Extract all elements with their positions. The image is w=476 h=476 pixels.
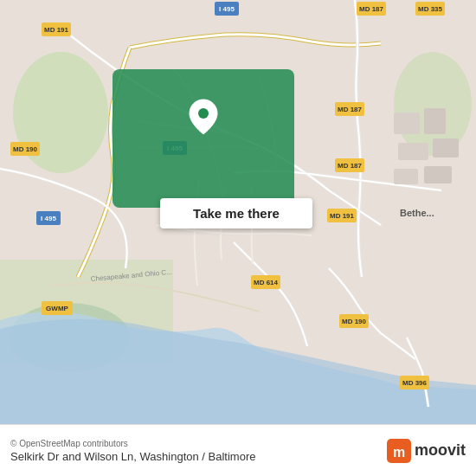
svg-text:MD 187: MD 187 <box>359 5 384 13</box>
svg-text:MD 187: MD 187 <box>338 106 363 113</box>
svg-text:MD 191: MD 191 <box>44 26 69 34</box>
bottom-bar-info: © OpenStreetMap contributors Selkirk Dr … <box>10 439 255 463</box>
location-text: Selkirk Dr and Wilson Ln, Washington / B… <box>10 450 255 463</box>
map-container: I 495 MD 187 MD 335 MD 191 I 495 MD 190 … <box>0 0 476 424</box>
svg-text:MD 614: MD 614 <box>254 279 279 286</box>
svg-rect-8 <box>433 138 459 158</box>
svg-rect-9 <box>394 169 418 184</box>
svg-text:I 495: I 495 <box>219 5 235 13</box>
svg-point-41 <box>198 108 209 119</box>
bottom-bar: © OpenStreetMap contributors Selkirk Dr … <box>0 424 476 476</box>
svg-text:Bethe...: Bethe... <box>400 208 434 218</box>
svg-text:MD 187: MD 187 <box>338 162 363 170</box>
svg-text:I 495: I 495 <box>41 215 56 222</box>
svg-rect-5 <box>394 113 420 134</box>
svg-rect-10 <box>424 166 452 183</box>
moovit-icon: m <box>387 439 411 463</box>
svg-text:m: m <box>393 445 405 460</box>
moovit-logo: m moovit <box>387 439 466 463</box>
svg-text:MD 190: MD 190 <box>13 145 38 153</box>
location-pin <box>186 100 221 134</box>
svg-rect-6 <box>424 108 446 134</box>
svg-text:MD 191: MD 191 <box>330 212 355 220</box>
svg-text:MD 396: MD 396 <box>402 379 428 387</box>
destination-highlight <box>113 69 294 208</box>
svg-text:MD 190: MD 190 <box>342 318 367 325</box>
copyright-text: © OpenStreetMap contributors <box>10 439 255 448</box>
take-me-there-button[interactable]: Take me there <box>160 198 312 228</box>
svg-text:MD 335: MD 335 <box>418 5 443 13</box>
moovit-brand-text: moovit <box>415 441 466 460</box>
svg-rect-7 <box>398 143 428 160</box>
svg-text:GWMP: GWMP <box>46 305 68 312</box>
